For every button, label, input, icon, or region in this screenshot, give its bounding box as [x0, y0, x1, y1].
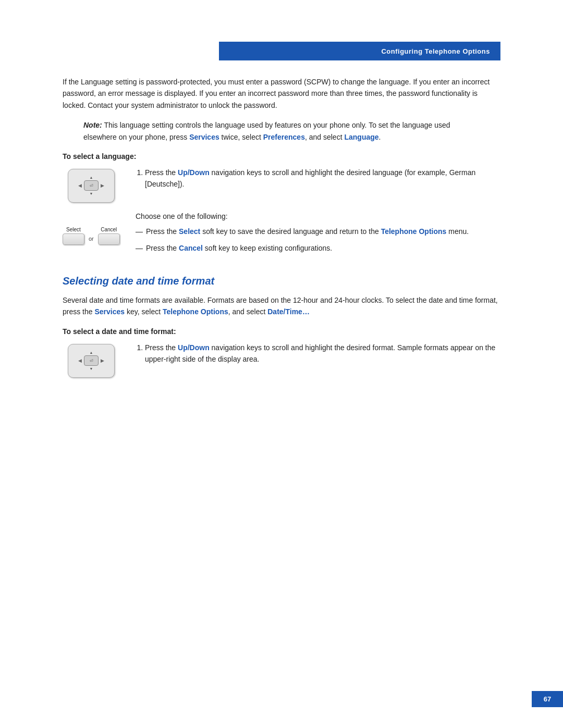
- services-link-2[interactable]: Services: [94, 307, 125, 316]
- header-bar: Configuring Telephone Options: [219, 42, 500, 60]
- cancel-rect[interactable]: [98, 233, 120, 245]
- nav-key-bottom-label: ▼: [90, 192, 93, 195]
- nav-key-widget-1: ▲ ◀ ⏎ ▶ ▼: [68, 169, 115, 203]
- nav-right-arrow: ▶: [101, 183, 104, 188]
- select-softkey-btn: Select: [63, 227, 84, 245]
- note-text2: twice, select: [219, 133, 263, 141]
- section-para-text2: key, select: [125, 307, 163, 316]
- step1-language-area: ▲ ◀ ⏎ ▶ ▼ Press the Up/Down navigation k…: [63, 167, 500, 203]
- nav-key-side-2: ◀ ⏎ ▶: [78, 355, 104, 366]
- select-text3: menu.: [446, 227, 469, 236]
- main-content: If the Language setting is password-prot…: [0, 60, 563, 418]
- section-para: Several date and time formats are availa…: [63, 294, 500, 318]
- section-title: Selecting date and time format: [63, 275, 500, 287]
- updown-link-2[interactable]: Up/Down: [178, 343, 210, 352]
- nav-key-bottom-label-2: ▼: [90, 367, 93, 371]
- step1-datetime-content: Press the Up/Down navigation keys to scr…: [136, 342, 500, 371]
- header-title: Configuring Telephone Options: [381, 47, 490, 55]
- section-para-text3: , and select: [228, 307, 268, 316]
- select-link[interactable]: Select: [179, 227, 200, 236]
- nav-key-widget-2: ▲ ◀ ⏎ ▶ ▼: [68, 344, 115, 378]
- step2-choose: Choose one of the following:: [136, 212, 500, 220]
- telephone-options-link-2[interactable]: Telephone Options: [163, 307, 228, 316]
- page-number: 67: [544, 695, 551, 703]
- preferences-link[interactable]: Preferences: [263, 133, 305, 141]
- nav-center-btn: ⏎: [84, 180, 99, 191]
- intro-paragraph: If the Language setting is password-prot…: [63, 76, 500, 111]
- cancel-text2: soft key to keep existing configurations…: [203, 244, 332, 252]
- nav-right-arrow-2: ▶: [101, 358, 104, 363]
- select-rect[interactable]: [63, 233, 84, 245]
- nav-center-icon: ⏎: [90, 183, 93, 188]
- step1-language-content: Press the Up/Down navigation keys to scr…: [136, 167, 500, 195]
- language-link[interactable]: Language: [344, 133, 378, 141]
- softkey-area: Select or Cancel Choose one of the follo…: [63, 212, 500, 260]
- cancel-softkey-btn: Cancel: [98, 227, 120, 245]
- nav-center-icon-2: ⏎: [90, 359, 93, 363]
- select-btn-label: Select: [66, 227, 81, 232]
- nav-center-btn-2: ⏎: [84, 355, 99, 366]
- cancel-text1: Press the: [146, 244, 179, 252]
- step1-lang-text1: Press the: [145, 168, 178, 177]
- select-datetime-heading: To select a date and time format:: [63, 327, 500, 336]
- softkey-buttons: Select or Cancel: [63, 227, 120, 245]
- updown-link-1[interactable]: Up/Down: [178, 168, 210, 177]
- cancel-btn-label: Cancel: [101, 227, 117, 232]
- note-text3: , and select: [305, 133, 345, 141]
- note-bold-label: Note:: [83, 121, 102, 129]
- select-text2: soft key to save the desired language an…: [200, 227, 381, 236]
- cancel-link[interactable]: Cancel: [179, 244, 203, 252]
- step1-datetime-li: Press the Up/Down navigation keys to scr…: [145, 342, 500, 365]
- step1-language-li: Press the Up/Down navigation keys to scr…: [145, 167, 500, 190]
- select-softkey-instruction: Press the Select soft key to save the de…: [136, 226, 500, 237]
- step1-dt-text1: Press the: [145, 343, 178, 352]
- select-text1: Press the: [146, 227, 179, 236]
- step1-datetime-area: ▲ ◀ ⏎ ▶ ▼ Press the Up/Down navigation k…: [63, 342, 500, 378]
- page-number-box: 67: [532, 691, 563, 707]
- page-container: Configuring Telephone Options If the Lan…: [0, 0, 563, 728]
- services-link-1[interactable]: Services: [189, 133, 219, 141]
- datetime-link[interactable]: Date/Time…: [267, 307, 310, 316]
- note-text4: .: [379, 133, 381, 141]
- nav-left-arrow-2: ◀: [78, 358, 82, 363]
- nav-key-image-2: ▲ ◀ ⏎ ▶ ▼: [63, 342, 120, 378]
- select-language-heading: To select a language:: [63, 152, 500, 161]
- softkey-or: or: [89, 229, 94, 242]
- nav-key-top-label-2: ▲: [90, 351, 93, 354]
- cancel-softkey-instruction: Press the Cancel soft key to keep existi…: [136, 242, 500, 254]
- nav-key-image-1: ▲ ◀ ⏎ ▶ ▼: [63, 167, 120, 203]
- nav-left-arrow: ◀: [78, 183, 82, 188]
- note-block: Note: This language setting controls the…: [83, 119, 480, 143]
- telephone-options-link-1[interactable]: Telephone Options: [381, 227, 447, 236]
- nav-key-top-label: ▲: [90, 176, 93, 179]
- softkey-content: Choose one of the following: Press the S…: [136, 212, 500, 260]
- nav-key-side: ◀ ⏎ ▶: [78, 180, 104, 191]
